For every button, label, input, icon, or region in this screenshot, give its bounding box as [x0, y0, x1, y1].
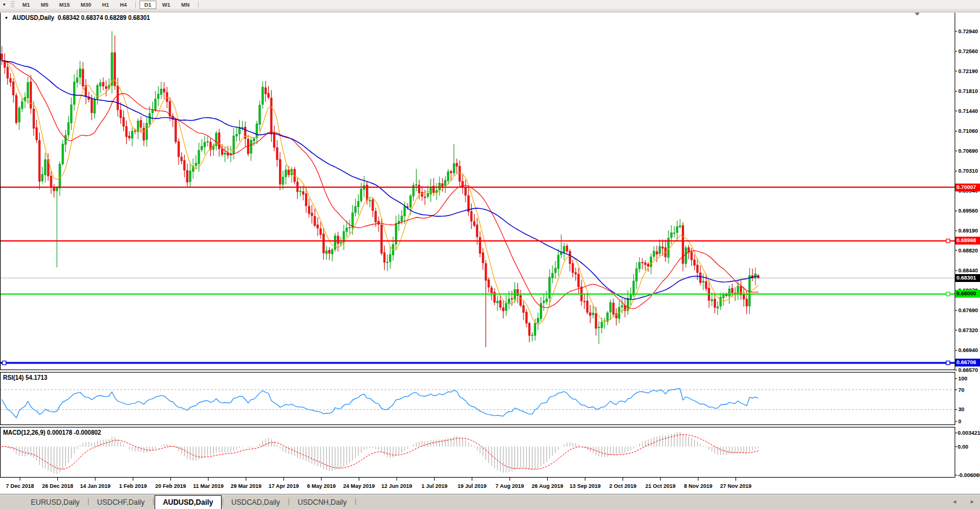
svg-text:0.71810: 0.71810	[958, 88, 978, 94]
svg-text:0.66570: 0.66570	[958, 367, 978, 373]
svg-text:21 Oct 2019: 21 Oct 2019	[645, 483, 676, 489]
toolbar-separator	[135, 1, 136, 8]
svg-text:0.71060: 0.71060	[958, 128, 978, 134]
chart-title: ▼ AUDUSD,Daily 0.68342 0.68374 0.68289 0…	[4, 14, 150, 21]
price-tag-0_70007: 0.70007	[955, 184, 980, 191]
svg-text:0.00: 0.00	[958, 444, 969, 450]
tab-audusd[interactable]: AUDUSD,Daily	[155, 495, 222, 509]
svg-text:0.003421: 0.003421	[958, 430, 980, 436]
svg-text:12 Jun 2019: 12 Jun 2019	[381, 483, 412, 489]
svg-text:0.68820: 0.68820	[958, 248, 978, 254]
price-tag-0_68301: 0.68301	[955, 274, 980, 282]
svg-text:0.71440: 0.71440	[958, 108, 978, 114]
price-tag-0_66706: 0.66706	[955, 359, 980, 367]
svg-text:-0.006069: -0.006069	[958, 472, 980, 478]
chart-symbol: AUDUSD,Daily	[12, 14, 54, 21]
tab-usdcnh[interactable]: USDCNH,Daily	[290, 497, 354, 509]
svg-text:0.72190: 0.72190	[958, 68, 978, 74]
svg-text:11 Mar 2019: 11 Mar 2019	[193, 483, 224, 489]
svg-text:0.67690: 0.67690	[958, 307, 978, 313]
ohlc-low: 0.68289	[104, 14, 126, 21]
timeframe-button-m5[interactable]: M5	[36, 1, 54, 9]
ohlc-open: 0.68342	[57, 14, 79, 21]
svg-text:0.67320: 0.67320	[958, 327, 978, 333]
svg-text:26 Aug 2019: 26 Aug 2019	[531, 483, 563, 489]
price-tag-0_68998: 0.68998	[955, 237, 980, 245]
svg-text:0.70310: 0.70310	[958, 168, 978, 174]
timeframe-button-w1[interactable]: W1	[158, 1, 176, 9]
svg-text:8 Nov 2019: 8 Nov 2019	[684, 483, 713, 489]
svg-text:2 Oct 2019: 2 Oct 2019	[609, 483, 636, 489]
timeframe-button-m1[interactable]: M1	[18, 1, 35, 9]
svg-text:19 Jul 2019: 19 Jul 2019	[458, 483, 487, 489]
svg-text:0.68440: 0.68440	[958, 267, 978, 274]
tab-usdchf[interactable]: USDCHF,Daily	[89, 497, 153, 509]
chevron-down-icon[interactable]: ▼	[0, 2, 8, 7]
timeframe-button-m15[interactable]: M15	[54, 1, 75, 9]
timeframe-toolbar: ▼ M1M5M15M30H1H4D1W1MN	[0, 0, 980, 10]
svg-text:7 Dec 2018: 7 Dec 2018	[6, 483, 34, 489]
tab-scroll-left-button[interactable]: ◂	[953, 498, 956, 505]
svg-text:0.66940: 0.66940	[958, 347, 978, 353]
svg-text:13 Sep 2019: 13 Sep 2019	[569, 483, 601, 489]
svg-text:0.70690: 0.70690	[958, 148, 978, 154]
svg-text:20 Feb 2019: 20 Feb 2019	[155, 483, 186, 489]
rsi-label: RSI(14) 54.1713	[3, 374, 47, 381]
chart-tab-bar: EURUSD,Daily|USDCHF,Daily|AUDUSD,Daily|U…	[0, 494, 980, 509]
tab-scroll-buttons: ◂ ▸	[953, 498, 974, 505]
ohlc-close: 0.68301	[128, 14, 150, 21]
toolbar-separator	[198, 1, 199, 8]
toolbar-grip-handle[interactable]	[11, 1, 14, 8]
toolbar-shadow-strip	[0, 10, 980, 13]
terminal-window: { "toolbar": { "dropdown_icon": "▼", "ti…	[0, 0, 980, 509]
tab-eurusd[interactable]: EURUSD,Daily	[23, 497, 88, 509]
tab-separator: |	[354, 497, 356, 507]
ohlc-high: 0.68374	[81, 14, 103, 21]
svg-text:7 Aug 2019: 7 Aug 2019	[496, 483, 524, 489]
svg-text:0.69560: 0.69560	[958, 208, 978, 214]
chevron-down-icon[interactable]: ▼	[4, 16, 8, 20]
svg-text:14 Jan 2019: 14 Jan 2019	[80, 483, 111, 489]
timeframe-button-d1[interactable]: D1	[139, 1, 156, 9]
macd-label: MACD(12,26,9) 0.000178 -0.000802	[3, 429, 101, 436]
svg-text:6 May 2019: 6 May 2019	[307, 483, 336, 489]
tab-scroll-right-button[interactable]: ▸	[970, 498, 974, 505]
tab-usdcad[interactable]: USDCAD,Daily	[223, 497, 288, 509]
svg-text:0: 0	[958, 418, 961, 424]
svg-text:0.72940: 0.72940	[958, 28, 978, 34]
svg-text:70: 70	[958, 387, 964, 393]
svg-text:24 May 2019: 24 May 2019	[343, 483, 375, 489]
svg-text:1 Feb 2019: 1 Feb 2019	[119, 483, 147, 489]
svg-text:1 Jul 2019: 1 Jul 2019	[421, 483, 447, 489]
timeframe-button-mn[interactable]: MN	[176, 1, 194, 9]
chart-canvas[interactable]: 0.729400.725600.721900.718100.714400.710…	[0, 0, 980, 509]
svg-text:0.69190: 0.69190	[958, 228, 978, 234]
svg-text:26 Dec 2018: 26 Dec 2018	[42, 483, 74, 489]
price-tag-0_68000: 0.68000	[955, 290, 980, 298]
timeframe-button-m30[interactable]: M30	[76, 1, 97, 9]
timeframe-button-h1[interactable]: H1	[97, 1, 114, 9]
timeframe-button-h4[interactable]: H4	[115, 1, 132, 9]
svg-text:100: 100	[958, 376, 967, 382]
svg-text:30: 30	[958, 406, 964, 412]
svg-text:27 Nov 2019: 27 Nov 2019	[720, 483, 752, 489]
svg-text:17 Apr 2019: 17 Apr 2019	[269, 483, 299, 489]
svg-text:0.72560: 0.72560	[958, 48, 978, 54]
svg-text:29 Mar 2019: 29 Mar 2019	[231, 483, 261, 489]
